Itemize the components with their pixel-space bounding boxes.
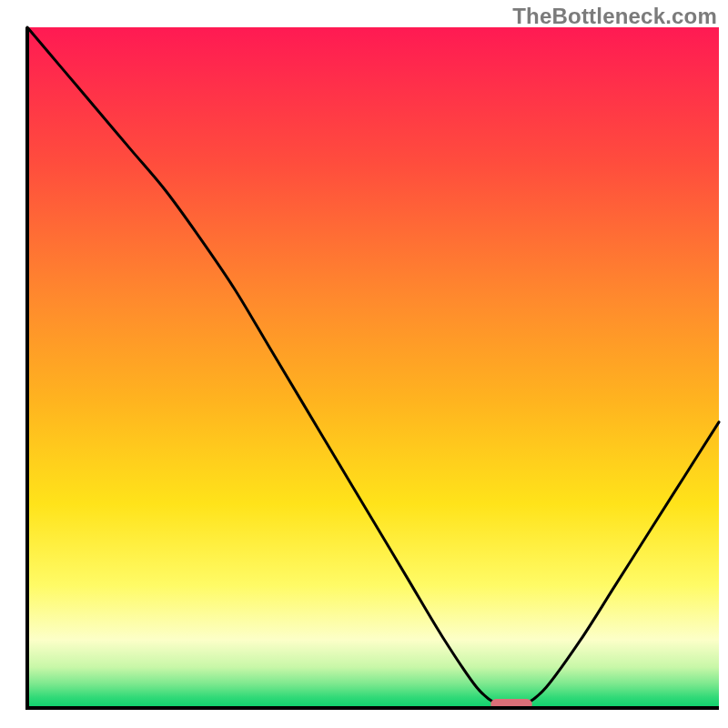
chart-container: TheBottleneck.com	[0, 0, 728, 728]
gradient-background	[27, 27, 719, 708]
bottleneck-curve-chart	[0, 0, 728, 728]
watermark-text: TheBottleneck.com	[512, 4, 717, 29]
